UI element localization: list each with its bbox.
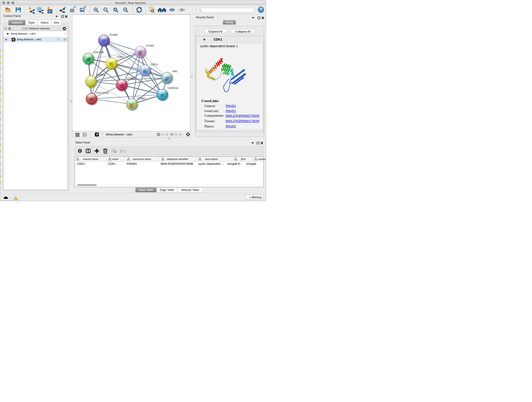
svg-text:CDC25B: CDC25B: [94, 51, 104, 54]
svg-text:RB1: RB1: [172, 70, 177, 73]
svg-text:HIST1H1A: HIST1H1A: [96, 91, 109, 94]
svg-text:CDK1: CDK1: [117, 56, 124, 58]
svg-text:CDC6: CDC6: [151, 63, 158, 66]
svg-text:f(x): f(x): [120, 148, 126, 153]
svg-text:CCNB1: CCNB1: [96, 73, 105, 76]
svg-text:CCNA2: CCNA2: [127, 77, 135, 80]
svg-text:CCNA1: CCNA1: [146, 44, 154, 47]
svg-text:0 – 0: 0 – 0: [175, 133, 181, 136]
svg-text:CCNE1: CCNE1: [137, 97, 146, 100]
svg-text:1 – 0: 1 – 0: [162, 133, 168, 136]
svg-text:CDKN1A: CDKN1A: [168, 87, 178, 89]
svg-text:CCNB2: CCNB2: [109, 33, 118, 36]
